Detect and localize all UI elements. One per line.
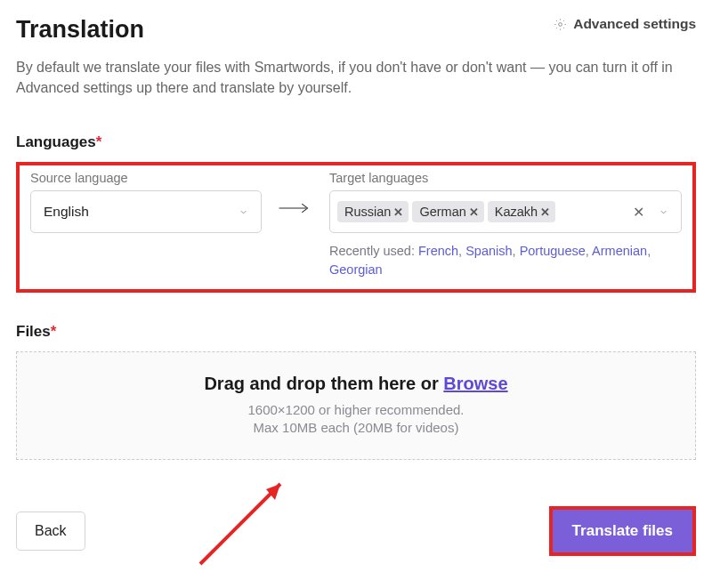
- file-dropzone[interactable]: Drag and drop them here or Browse 1600×1…: [16, 351, 696, 460]
- dropzone-heading: Drag and drop them here or Browse: [26, 374, 686, 394]
- source-language-label: Source language: [30, 171, 262, 185]
- language-chip[interactable]: German ✕: [412, 201, 483, 222]
- browse-link[interactable]: Browse: [443, 374, 507, 393]
- arrow-right-icon: [278, 199, 313, 217]
- languages-panel-highlight: Source language English Target languages…: [16, 162, 696, 293]
- svg-point-0: [559, 22, 562, 26]
- page-description: By default we translate your files with …: [16, 58, 696, 98]
- target-languages-label: Target languages: [329, 171, 682, 185]
- chip-remove-icon[interactable]: ✕: [469, 205, 479, 219]
- svg-marker-3: [266, 484, 280, 500]
- recently-used-row: Recently used: French, Spanish, Portugue…: [329, 242, 682, 278]
- recent-language-link[interactable]: Portuguese: [520, 244, 586, 258]
- dropzone-max: Max 10MB each (20MB for videos): [26, 419, 686, 437]
- chip-label: German: [419, 205, 465, 219]
- chip-remove-icon[interactable]: ✕: [393, 205, 403, 219]
- language-chip[interactable]: Russian ✕: [337, 201, 409, 222]
- language-chip[interactable]: Kazakh ✕: [488, 201, 555, 222]
- advanced-settings-label: Advanced settings: [573, 16, 696, 32]
- advanced-settings-button[interactable]: Advanced settings: [554, 16, 696, 32]
- languages-section-label: Languages*: [16, 133, 696, 151]
- target-dropdown-toggle[interactable]: [653, 207, 674, 217]
- chip-label: Russian: [344, 205, 391, 219]
- chevron-down-icon: [659, 207, 668, 217]
- recent-language-link[interactable]: French: [418, 244, 458, 258]
- chevron-down-icon: [239, 207, 248, 217]
- recently-used-label: Recently used:: [329, 244, 415, 258]
- recent-language-link[interactable]: Spanish: [465, 244, 512, 258]
- back-button[interactable]: Back: [16, 511, 85, 551]
- page-title: Translation: [16, 16, 144, 44]
- chip-remove-icon[interactable]: ✕: [540, 205, 550, 219]
- files-section-label: Files*: [16, 323, 696, 341]
- required-marker: *: [51, 323, 57, 340]
- recent-language-link[interactable]: Armenian: [592, 244, 647, 258]
- translate-files-button[interactable]: Translate files: [553, 510, 692, 552]
- translate-button-highlight: Translate files: [549, 506, 696, 556]
- source-language-value: English: [44, 204, 89, 220]
- target-languages-select[interactable]: Russian ✕ German ✕ Kazakh ✕ ✕: [329, 190, 682, 233]
- dropzone-recommendation: 1600×1200 or higher recommended.: [26, 401, 686, 419]
- required-marker: *: [96, 133, 102, 150]
- gear-icon: [554, 18, 567, 31]
- recent-language-link[interactable]: Georgian: [329, 262, 383, 277]
- source-language-select[interactable]: English: [30, 190, 262, 233]
- clear-all-icon[interactable]: ✕: [627, 204, 650, 221]
- chip-label: Kazakh: [495, 205, 538, 219]
